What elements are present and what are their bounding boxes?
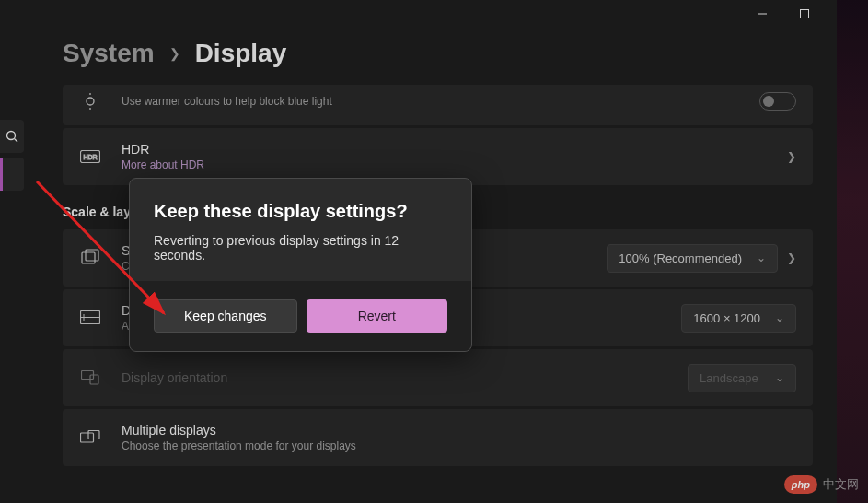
dialog-text: Reverting to previous display settings i…	[154, 233, 447, 263]
watermark: php 中文网	[784, 475, 859, 494]
dialog-title: Keep these display settings?	[154, 201, 447, 222]
revert-button[interactable]: Revert	[307, 299, 448, 333]
watermark-text: 中文网	[823, 476, 859, 493]
watermark-badge: php	[784, 475, 817, 494]
keep-settings-dialog: Keep these display settings? Reverting t…	[129, 178, 472, 352]
keep-changes-button[interactable]: Keep changes	[154, 299, 297, 333]
